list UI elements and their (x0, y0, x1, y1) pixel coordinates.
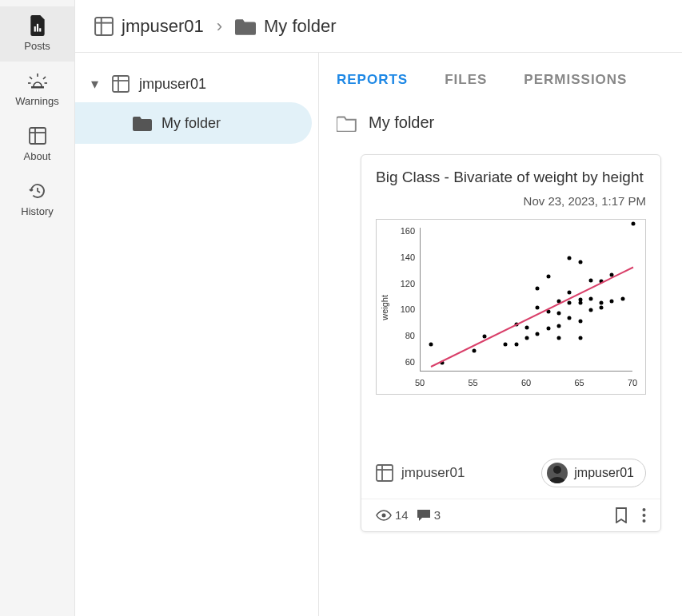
svg-rect-18 (377, 465, 393, 481)
folder-icon (133, 115, 152, 131)
chart-point (568, 290, 572, 294)
chart-point (546, 327, 550, 331)
chart-point (578, 319, 582, 323)
svg-rect-2 (39, 28, 41, 31)
chart-point (568, 256, 572, 260)
comments-count: 3 (417, 508, 441, 522)
tree-item-label: My folder (162, 115, 221, 132)
chevron-right-icon: › (217, 16, 222, 37)
chart-point (600, 306, 604, 310)
chart-point (588, 308, 592, 312)
tree-root-label: jmpuser01 (139, 76, 206, 93)
chart-point (556, 324, 560, 328)
warning-light-icon (0, 70, 74, 92)
svg-rect-15 (113, 76, 129, 92)
bookmark-icon[interactable] (615, 507, 628, 523)
svg-point-21 (382, 513, 386, 517)
chart-point (600, 300, 604, 304)
breadcrumb-root-label: jmpuser01 (122, 16, 204, 37)
user-chip[interactable]: jmpuser01 (541, 459, 646, 487)
card-owner-label: jmpuser01 (401, 465, 465, 481)
avatar-icon (547, 463, 568, 483)
nav-item-warnings[interactable]: Warnings (0, 62, 74, 117)
chart-point (610, 299, 614, 303)
card-title: Big Class - Bivariate of weight by heigh… (376, 168, 646, 188)
trend-line (431, 267, 634, 368)
folder-icon (235, 18, 256, 35)
chart-point (578, 260, 582, 264)
posts-file-icon (0, 14, 74, 37)
breadcrumb-leaf[interactable]: My folder (235, 16, 336, 37)
grid-icon (0, 125, 74, 147)
views-count: 14 (376, 508, 409, 522)
chart-point (429, 342, 433, 346)
tree-item-selected[interactable]: My folder (75, 102, 312, 144)
svg-rect-12 (95, 18, 113, 35)
folder-tree: ▾ jmpuser01 My folder (75, 53, 319, 616)
chevron-down-icon[interactable]: ▾ (86, 75, 102, 93)
breadcrumb: jmpuser01 › My folder (75, 0, 682, 53)
svg-rect-9 (30, 128, 46, 144)
chart-point (536, 286, 540, 290)
chart-ylabel: weight (380, 295, 389, 320)
breadcrumb-root[interactable]: jmpuser01 (94, 16, 204, 37)
folder-open-icon (337, 114, 357, 132)
content-pane: REPORTS FILES PERMISSIONS My folder Big … (319, 53, 682, 616)
svg-line-5 (30, 77, 32, 79)
main-column: jmpuser01 › My folder ▾ jmpuser01 My fol… (75, 0, 682, 616)
chart-point (525, 325, 529, 329)
chart-point (568, 316, 572, 320)
tree-root[interactable]: ▾ jmpuser01 (75, 66, 318, 102)
card-footer: 14 3 (361, 499, 660, 531)
breadcrumb-leaf-label: My folder (264, 16, 336, 37)
grid-icon (376, 464, 393, 482)
tab-bar: REPORTS FILES PERMISSIONS (337, 69, 664, 91)
tab-reports[interactable]: REPORTS (337, 69, 408, 91)
chart-point (568, 300, 572, 304)
chart-point (546, 274, 550, 278)
chart-point (536, 306, 540, 310)
more-vert-icon[interactable] (642, 507, 646, 523)
svg-rect-0 (34, 26, 35, 32)
svg-point-22 (643, 508, 646, 511)
chart-point (632, 222, 636, 226)
svg-line-6 (43, 77, 46, 79)
chart-point (578, 336, 582, 340)
card-owner[interactable]: jmpuser01 (376, 464, 465, 482)
grid-icon (94, 17, 114, 36)
svg-point-23 (643, 514, 646, 517)
chart-point (472, 349, 476, 353)
svg-rect-3 (31, 86, 44, 89)
svg-point-24 (643, 519, 646, 523)
folder-heading-label: My folder (369, 113, 434, 132)
tab-files[interactable]: FILES (445, 69, 487, 91)
nav-label: Posts (0, 40, 74, 52)
nav-item-history[interactable]: History (0, 172, 74, 227)
chart-point (578, 298, 582, 302)
nav-item-posts[interactable]: Posts (0, 6, 74, 62)
nav-rail: Posts Warnings About History (0, 0, 75, 616)
report-card[interactable]: Big Class - Bivariate of weight by heigh… (361, 154, 661, 532)
chart-point (504, 342, 508, 346)
card-date: Nov 23, 2023, 1:17 PM (376, 194, 646, 208)
chart: weight 60801001201401605055606570 (376, 219, 646, 395)
chart-point (536, 332, 540, 336)
chart-point (620, 296, 624, 300)
chart-point (556, 311, 560, 315)
grid-icon (112, 75, 130, 93)
svg-rect-1 (36, 24, 38, 32)
tab-permissions[interactable]: PERMISSIONS (524, 69, 627, 91)
chart-point (556, 336, 560, 340)
eye-icon (376, 510, 392, 521)
chart-point (514, 342, 518, 346)
nav-label: About (0, 150, 74, 162)
chart-point (588, 278, 592, 282)
nav-label: Warnings (0, 95, 74, 107)
chart-point (588, 296, 592, 300)
user-chip-label: jmpuser01 (574, 466, 634, 480)
comment-icon (417, 509, 431, 522)
nav-label: History (0, 205, 74, 217)
nav-item-about[interactable]: About (0, 117, 74, 172)
history-icon (0, 180, 74, 202)
chart-point (525, 336, 529, 340)
